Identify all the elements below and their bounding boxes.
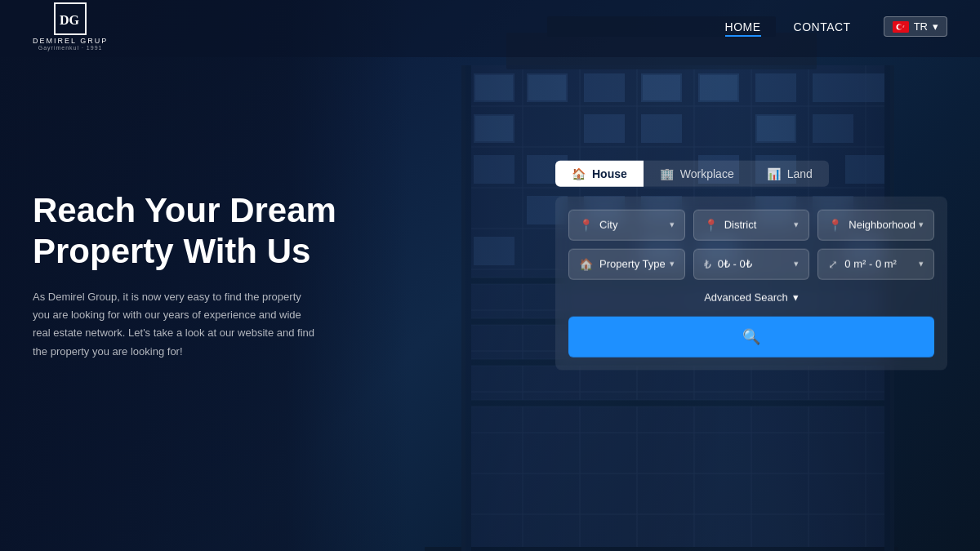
tab-house[interactable]: 🏠 House bbox=[555, 160, 644, 186]
area-chevron-icon: ▾ bbox=[919, 259, 924, 269]
advanced-search-label: Advanced Search bbox=[704, 291, 788, 303]
area-range-select[interactable]: ⤢ 0 m² - 0 m² ▾ bbox=[817, 248, 934, 279]
search-row-1: 📍 City ▾ 📍 District ▾ 📍 Neighborhood ▾ bbox=[568, 209, 934, 240]
search-panel: 🏠 House 🏢 Workplace 📊 Land 📍 City ▾ bbox=[555, 160, 947, 370]
property-type-chevron-icon: ▾ bbox=[670, 259, 675, 269]
svg-point-65 bbox=[898, 24, 902, 29]
hero-description: As Demirel Group, it is now very easy to… bbox=[33, 289, 318, 361]
search-row-2: 🏠 Property Type ▾ ₺ 0₺ - 0₺ ▾ ⤢ 0 m² - 0… bbox=[568, 248, 934, 279]
district-label: District bbox=[724, 219, 757, 231]
nav-links: HOME CONTACT TR ▾ bbox=[725, 16, 947, 37]
search-magnifier-icon: 🔍 bbox=[742, 327, 760, 345]
neighborhood-label: Neighborhood bbox=[849, 219, 915, 231]
svg-point-67 bbox=[903, 25, 904, 26]
district-chevron-icon: ▾ bbox=[794, 220, 799, 230]
location-icon-city: 📍 bbox=[579, 218, 593, 231]
land-icon: 📊 bbox=[767, 167, 781, 180]
district-select[interactable]: 📍 District ▾ bbox=[693, 209, 810, 240]
language-selector[interactable]: TR ▾ bbox=[884, 16, 947, 37]
advanced-chevron-icon: ▾ bbox=[793, 291, 799, 303]
neighborhood-select[interactable]: 📍 Neighborhood ▾ bbox=[817, 209, 934, 240]
svg-text:DG: DG bbox=[60, 13, 80, 27]
price-chevron-icon: ▾ bbox=[794, 259, 799, 269]
property-tabs: 🏠 House 🏢 Workplace 📊 Land bbox=[555, 160, 947, 186]
nav-home[interactable]: HOME bbox=[725, 20, 761, 33]
city-select[interactable]: 📍 City ▾ bbox=[568, 209, 685, 240]
navbar: DG DEMIREL GRUP Gayrimenkul · 1991 HOME … bbox=[0, 0, 980, 53]
tab-land[interactable]: 📊 Land bbox=[751, 160, 829, 186]
language-flag bbox=[893, 21, 909, 33]
search-button[interactable]: 🔍 bbox=[568, 316, 934, 357]
hero-content: Reach Your Dream Property With Us As Dem… bbox=[33, 190, 392, 361]
logo: DG DEMIREL GRUP Gayrimenkul · 1991 bbox=[33, 2, 108, 51]
area-range-label: 0 m² - 0 m² bbox=[844, 258, 897, 270]
price-range-label: 0₺ - 0₺ bbox=[718, 258, 752, 270]
brand-subtext: Gayrimenkul · 1991 bbox=[38, 45, 103, 51]
location-icon-district: 📍 bbox=[704, 218, 718, 231]
nav-contact[interactable]: CONTACT bbox=[794, 20, 851, 33]
tab-workplace[interactable]: 🏢 Workplace bbox=[644, 160, 751, 186]
price-range-select[interactable]: ₺ 0₺ - 0₺ ▾ bbox=[693, 248, 810, 279]
workplace-icon: 🏢 bbox=[660, 167, 674, 180]
logo-icon: DG bbox=[54, 2, 87, 35]
property-type-select[interactable]: 🏠 Property Type ▾ bbox=[568, 248, 685, 279]
lang-chevron-icon: ▾ bbox=[933, 20, 938, 33]
location-icon-neighborhood: 📍 bbox=[828, 218, 842, 231]
hero-title: Reach Your Dream Property With Us bbox=[33, 190, 392, 273]
search-form: 📍 City ▾ 📍 District ▾ 📍 Neighborhood ▾ bbox=[555, 196, 947, 370]
brand-name: DEMIREL GRUP bbox=[33, 37, 108, 45]
area-icon: ⤢ bbox=[828, 257, 838, 270]
neighborhood-chevron-icon: ▾ bbox=[919, 220, 924, 230]
advanced-search-toggle[interactable]: Advanced Search ▾ bbox=[568, 287, 934, 306]
house-icon: 🏠 bbox=[572, 167, 586, 180]
price-icon: ₺ bbox=[704, 257, 711, 270]
city-chevron-icon: ▾ bbox=[670, 220, 675, 230]
city-label: City bbox=[599, 219, 617, 231]
house-type-icon: 🏠 bbox=[579, 257, 593, 270]
language-code: TR bbox=[914, 20, 928, 33]
property-type-label: Property Type bbox=[599, 258, 666, 270]
